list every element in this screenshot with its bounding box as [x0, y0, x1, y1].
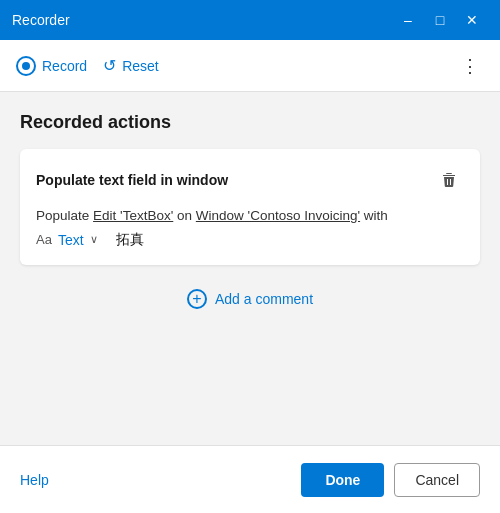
done-button[interactable]: Done — [301, 463, 384, 497]
maximize-button[interactable]: □ — [424, 4, 456, 36]
record-dot — [22, 62, 30, 70]
footer-right: Done Cancel — [301, 463, 480, 497]
more-options-button[interactable]: ⋮ — [456, 52, 484, 80]
record-button[interactable]: Record — [16, 56, 87, 76]
reset-icon: ↺ — [103, 56, 116, 75]
reset-label: Reset — [122, 58, 159, 74]
close-button[interactable]: ✕ — [456, 4, 488, 36]
delete-action-button[interactable] — [434, 165, 464, 195]
dropdown-arrow-icon[interactable]: ∨ — [90, 233, 98, 246]
edit-textbox-link[interactable]: Edit 'TextBox' — [93, 208, 173, 223]
value-label[interactable]: Text — [58, 232, 84, 248]
action-card-header: Populate text field in window — [36, 165, 464, 195]
toolbar: Record ↺ Reset ⋮ — [0, 40, 500, 92]
type-icon: Aa — [36, 232, 52, 247]
description-part1: Populate — [36, 208, 89, 223]
cancel-button[interactable]: Cancel — [394, 463, 480, 497]
title-bar: Recorder – □ ✕ — [0, 0, 500, 40]
minimize-button[interactable]: – — [392, 4, 424, 36]
footer: Help Done Cancel — [0, 445, 500, 513]
action-card-value: Aa Text ∨ 拓真 — [36, 231, 464, 249]
add-comment-button[interactable]: + Add a comment — [20, 281, 480, 317]
action-card-title: Populate text field in window — [36, 172, 228, 188]
title-bar-title: Recorder — [12, 12, 70, 28]
action-card-body: Populate Edit 'TextBox' on Window 'Conto… — [36, 205, 464, 227]
reset-button[interactable]: ↺ Reset — [103, 56, 159, 75]
description-part3: with — [364, 208, 388, 223]
main-content: Recorded actions Populate text field in … — [0, 92, 500, 445]
section-title: Recorded actions — [20, 112, 480, 133]
action-card: Populate text field in window Populate E… — [20, 149, 480, 265]
description-part2: on — [177, 208, 192, 223]
window-link[interactable]: Window 'Contoso Invoicing' — [196, 208, 360, 223]
chinese-value: 拓真 — [116, 231, 144, 249]
title-bar-controls: – □ ✕ — [392, 4, 488, 36]
trash-icon — [440, 171, 458, 189]
add-comment-label: Add a comment — [215, 291, 313, 307]
help-link[interactable]: Help — [20, 472, 49, 488]
record-icon — [16, 56, 36, 76]
toolbar-left: Record ↺ Reset — [16, 56, 159, 76]
add-comment-icon: + — [187, 289, 207, 309]
record-label: Record — [42, 58, 87, 74]
